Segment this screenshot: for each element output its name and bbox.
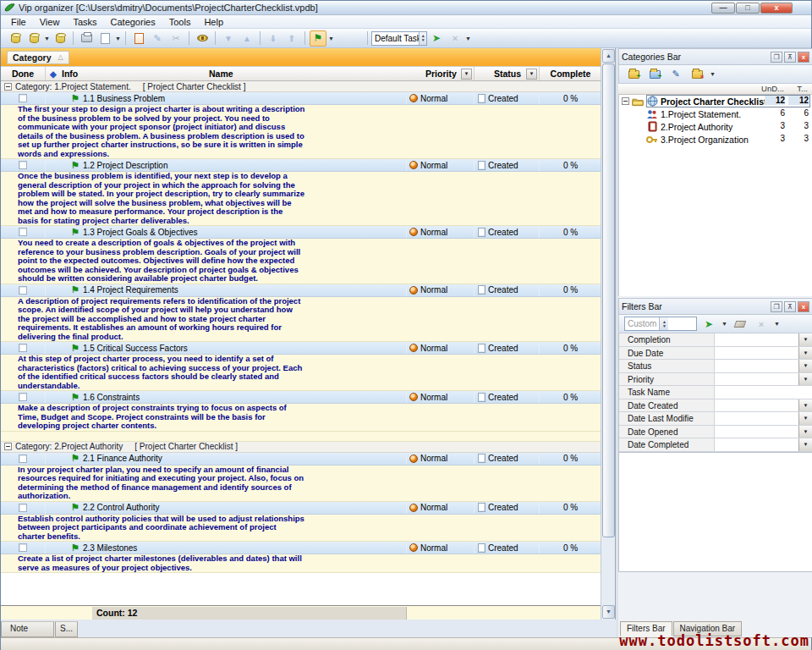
task-complete-cell[interactable]: 0 % <box>540 226 601 238</box>
new-subcategory-button[interactable]: + <box>646 66 663 82</box>
move-bottom-button[interactable]: ⇓ <box>265 30 282 47</box>
print-button[interactable] <box>78 30 95 47</box>
collapse-group-icon[interactable] <box>4 83 12 91</box>
task-priority-cell[interactable]: Normal <box>407 502 475 514</box>
categories-pin-icon[interactable]: ⊼ <box>784 52 796 63</box>
filter-preset-combobox[interactable]: Custom ▲▼ <box>624 317 697 331</box>
filter-dropdown-icon[interactable]: ▼ <box>798 438 812 451</box>
category-tree-item[interactable]: Project Charter Checklist1212 <box>619 95 812 107</box>
filter-value-field[interactable] <box>715 386 812 399</box>
filter-value-field[interactable] <box>715 438 798 451</box>
filter-value-field[interactable] <box>715 360 798 372</box>
task-name-cell[interactable]: ⚑1.3 Project Goals & Objectives <box>46 226 407 238</box>
task-description-row[interactable]: In your project charter plan, you need t… <box>1 465 601 502</box>
categories-toolbar-dropdown[interactable]: ▼ <box>709 71 716 77</box>
filters-pin-icon[interactable]: ⊼ <box>784 301 796 312</box>
filter-dropdown-icon[interactable]: ▼ <box>798 347 812 360</box>
task-name-cell[interactable]: ⚑2.3 Milestones <box>46 542 407 554</box>
status-filter-dropdown[interactable]: ▼ <box>526 69 537 80</box>
task-name-cell[interactable]: ⚑1.6 Constraints <box>46 391 407 403</box>
column-header-total[interactable]: T... <box>797 84 808 93</box>
filter-value-field[interactable] <box>715 426 798 438</box>
task-name-cell[interactable]: ⚑1.1 Business Problem <box>46 92 407 104</box>
task-priority-cell[interactable]: Normal <box>407 391 475 403</box>
task-status-cell[interactable]: Created <box>475 542 540 554</box>
filters-close-icon[interactable]: x <box>798 301 809 312</box>
open-database-dropdown[interactable]: ▼ <box>43 36 51 41</box>
filter-value-field[interactable] <box>715 412 798 425</box>
group-by-category-button[interactable]: Category △ <box>7 51 69 64</box>
task-complete-cell[interactable]: 0 % <box>540 342 601 354</box>
group-header-row[interactable]: Category: 2.Project Authority[ Project C… <box>1 442 601 453</box>
tab-schedule[interactable]: S... <box>55 621 78 637</box>
task-description-row[interactable]: At this step of project charter process,… <box>1 355 601 391</box>
task-done-checkbox[interactable] <box>19 344 27 352</box>
task-done-checkbox[interactable] <box>19 161 27 169</box>
task-status-cell[interactable]: Created <box>475 284 540 296</box>
scroll-up-icon[interactable]: ▲ <box>602 49 615 63</box>
task-row[interactable]: ⚑1.4 Project RequirementsNormalCreated0 … <box>1 284 601 297</box>
menu-item-tools[interactable]: Tools <box>162 16 198 28</box>
task-complete-cell[interactable]: 0 % <box>540 391 601 403</box>
scroll-down-icon[interactable]: ▼ <box>602 605 615 619</box>
edit-category-button[interactable]: ✎ <box>667 66 684 82</box>
task-description-row[interactable]: Once the business problem is identified,… <box>1 172 601 226</box>
tab-note[interactable]: Note <box>1 621 54 637</box>
save-database-button[interactable] <box>52 30 69 47</box>
combobox-spinner[interactable]: ▲▼ <box>419 32 426 45</box>
apply-view-button[interactable]: ➤ <box>428 30 445 47</box>
task-priority-cell[interactable]: Normal <box>407 453 475 465</box>
scrollbar-thumb[interactable] <box>602 63 615 537</box>
task-status-cell[interactable]: Created <box>475 226 540 238</box>
filter-dropdown-icon[interactable]: ▼ <box>798 399 812 412</box>
move-up-button[interactable]: ▲ <box>239 30 255 47</box>
new-category-button[interactable]: + <box>625 66 642 82</box>
task-complete-cell[interactable]: 0 % <box>540 502 601 514</box>
category-tree-item[interactable]: 1.Project Statement.66 <box>619 107 812 120</box>
task-priority-cell[interactable]: Normal <box>407 284 475 296</box>
close-button[interactable]: x <box>760 3 793 14</box>
print-dropdown[interactable]: ▼ <box>114 36 122 41</box>
task-view-combobox[interactable]: Default Task V ▲▼ <box>371 31 427 46</box>
filter-preset-spinner[interactable]: ▲▼ <box>659 317 668 330</box>
apply-filter-dropdown[interactable]: ▼ <box>721 321 728 327</box>
menu-item-tasks[interactable]: Tasks <box>66 16 103 28</box>
print-preview-button[interactable] <box>96 30 113 47</box>
column-header-undone[interactable]: UnD... <box>761 84 784 93</box>
filter-dropdown-icon[interactable]: ▼ <box>798 426 812 438</box>
apply-filter-button[interactable]: ➤ <box>700 316 717 332</box>
categories-restore-icon[interactable]: ❐ <box>771 52 782 63</box>
column-header-name[interactable]: Name <box>209 67 260 80</box>
task-description-row[interactable]: Create a list of project charter milesto… <box>1 554 601 573</box>
task-row[interactable]: ⚑2.2 Control AuthorityNormalCreated0 % <box>1 502 601 515</box>
filters-toolbar-dropdown[interactable]: ▼ <box>773 321 781 327</box>
task-priority-cell[interactable]: Normal <box>407 92 475 104</box>
task-row[interactable]: ⚑1.5 Critical Success FactorsNormalCreat… <box>1 342 601 355</box>
task-description-row[interactable]: Establish control authority policies tha… <box>1 515 601 543</box>
filter-value-field[interactable] <box>715 347 798 360</box>
task-status-cell[interactable]: Created <box>475 391 540 403</box>
task-priority-cell[interactable]: Normal <box>407 342 475 354</box>
task-description-row[interactable]: Make a description of project constraint… <box>1 404 601 432</box>
menu-item-help[interactable]: Help <box>197 16 230 28</box>
task-priority-cell[interactable]: Normal <box>407 542 475 554</box>
filter-dropdown-icon[interactable]: ▼ <box>798 360 812 372</box>
task-row[interactable]: ⚑1.3 Project Goals & ObjectivesNormalCre… <box>1 226 601 239</box>
grid-vertical-scrollbar[interactable]: ▲ ▼ <box>601 48 615 620</box>
filter-dropdown-icon[interactable]: ▼ <box>798 373 812 386</box>
menu-item-view[interactable]: View <box>33 16 67 28</box>
task-status-cell[interactable]: Created <box>475 92 540 104</box>
view-more-dropdown[interactable]: ▼ <box>464 36 472 41</box>
task-status-cell[interactable]: Created <box>475 502 540 514</box>
move-down-button[interactable]: ▼ <box>220 30 237 47</box>
filters-restore-icon[interactable]: ❐ <box>771 301 782 312</box>
task-done-checkbox[interactable] <box>19 228 27 236</box>
task-status-cell[interactable]: Created <box>475 159 540 171</box>
filter-dropdown-icon[interactable]: ▼ <box>798 412 812 425</box>
task-status-cell[interactable]: Created <box>475 342 540 354</box>
filter-dropdown-icon[interactable]: ▼ <box>798 333 812 346</box>
category-tree-item[interactable]: 3.Project Organization33 <box>619 133 812 146</box>
task-description-row[interactable]: The first your step to design a project … <box>1 105 601 159</box>
task-row[interactable]: ⚑1.6 ConstraintsNormalCreated0 % <box>1 391 601 404</box>
task-row[interactable]: ⚑2.1 Finance AuthorityNormalCreated0 % <box>1 453 601 465</box>
